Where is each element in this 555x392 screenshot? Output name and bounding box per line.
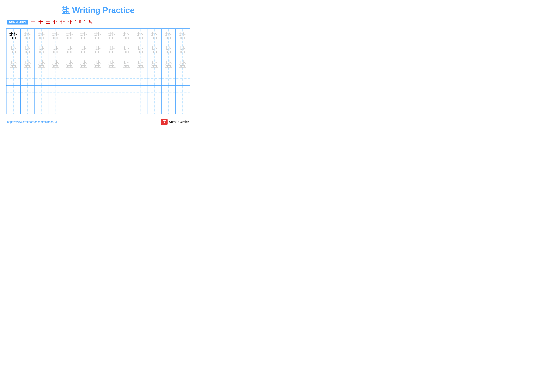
page-title: 盐 Writing Practice [62,6,134,15]
grid-cell[interactable] [119,86,133,100]
practice-grid: 盐 盐 盐 盐 盐 盐 盐 盐 盐 盐 盐 盐 盐 盐 盐 盐 盐 盐 盐 盐 … [6,29,190,114]
grid-row-6 [7,100,190,114]
grid-cell[interactable] [77,71,91,86]
grid-cell[interactable]: 盐 [35,43,49,57]
grid-cell[interactable] [77,86,91,100]
grid-cell[interactable] [21,100,35,114]
grid-cell[interactable] [175,71,190,86]
grid-cell[interactable] [91,86,105,100]
grid-cell[interactable]: 盐 [133,57,147,71]
grid-cell[interactable]: 盐 [21,43,35,57]
grid-cell[interactable] [35,86,49,100]
grid-cell[interactable] [91,100,105,114]
grid-cell[interactable] [7,86,21,100]
grid-cell[interactable]: 盐 [77,29,91,43]
grid-cell[interactable]: 盐 [147,43,161,57]
grid-cell[interactable]: 盐 [105,43,119,57]
grid-cell[interactable]: 盐 [133,43,147,57]
grid-cell[interactable]: 盐 [49,57,63,71]
grid-cell[interactable]: 盐 [21,57,35,71]
stroke-order-row: Stroke Order 一 十 土 卝 卝 卝 𪚔 𪚔 𪚔 盐 [6,19,190,25]
grid-cell[interactable]: 盐 [147,29,161,43]
grid-cell[interactable]: 盐 [21,29,35,43]
model-cell: 盐 [7,29,21,43]
stroke-9: 𪚔 [84,20,85,24]
grid-cell[interactable] [63,71,77,86]
grid-cell[interactable]: 盐 [105,57,119,71]
grid-cell[interactable] [175,100,190,114]
grid-cell[interactable]: 盐 [35,57,49,71]
grid-cell[interactable] [161,71,175,86]
grid-cell[interactable] [147,71,161,86]
grid-cell[interactable] [175,86,190,100]
stroke-order-badge: Stroke Order [7,20,28,24]
grid-cell[interactable] [133,100,147,114]
grid-cell[interactable]: 盐 [175,57,190,71]
grid-cell[interactable]: 盐 [175,43,190,57]
grid-cell[interactable]: 盐 [91,43,105,57]
grid-cell[interactable]: 盐 [161,43,175,57]
grid-cell[interactable] [133,71,147,86]
stroke-7: 𪚔 [75,20,76,24]
grid-cell[interactable]: 盐 [63,43,77,57]
grid-cell[interactable] [21,71,35,86]
grid-cell[interactable] [147,100,161,114]
grid-cell[interactable]: 盐 [7,57,21,71]
title-section: 盐 Writing Practice [6,5,190,16]
grid-cell[interactable]: 盐 [105,29,119,43]
grid-cell[interactable] [49,71,63,86]
stroke-6: 卝 [67,19,72,25]
grid-cell[interactable]: 盐 [133,29,147,43]
grid-cell[interactable] [49,100,63,114]
stroke-4: 卝 [53,19,58,25]
grid-cell[interactable] [133,86,147,100]
grid-cell[interactable]: 盐 [7,43,21,57]
grid-cell[interactable] [35,100,49,114]
grid-cell[interactable]: 盐 [161,57,175,71]
stroke-2: 十 [38,19,43,25]
grid-cell[interactable] [105,86,119,100]
grid-cell[interactable]: 盐 [175,29,190,43]
grid-row-2: 盐 盐 盐 盐 盐 盐 盐 盐 盐 盐 盐 盐 盐 [7,43,190,57]
grid-cell[interactable] [21,86,35,100]
grid-cell[interactable] [105,71,119,86]
grid-cell[interactable]: 盐 [63,57,77,71]
footer-url[interactable]: https://www.strokeorder.com/chinese/盐 [7,120,57,124]
grid-cell[interactable] [105,100,119,114]
grid-row-1: 盐 盐 盐 盐 盐 盐 盐 盐 盐 盐 盐 盐 盐 [7,29,190,43]
grid-row-4 [7,71,190,86]
grid-cell[interactable]: 盐 [119,57,133,71]
grid-cell[interactable]: 盐 [77,43,91,57]
grid-cell[interactable] [63,86,77,100]
grid-cell[interactable]: 盐 [147,57,161,71]
grid-cell[interactable]: 盐 [49,43,63,57]
grid-cell[interactable] [63,100,77,114]
grid-cell[interactable] [119,100,133,114]
grid-cell[interactable] [49,86,63,100]
grid-cell[interactable]: 盐 [119,43,133,57]
grid-cell[interactable] [119,71,133,86]
grid-cell[interactable]: 盐 [91,57,105,71]
grid-cell[interactable] [77,100,91,114]
grid-cell[interactable] [35,71,49,86]
grid-cell[interactable]: 盐 [63,29,77,43]
grid-cell[interactable] [161,86,175,100]
grid-cell[interactable]: 盐 [77,57,91,71]
grid-cell[interactable]: 盐 [119,29,133,43]
footer: https://www.strokeorder.com/chinese/盐 字 … [6,119,190,125]
grid-cell[interactable] [7,100,21,114]
grid-cell[interactable] [7,71,21,86]
stroke-3: 土 [46,19,50,25]
model-character: 盐 [9,30,18,41]
grid-cell[interactable]: 盐 [35,29,49,43]
grid-cell[interactable] [91,71,105,86]
stroke-5: 卝 [60,19,65,25]
logo-icon: 字 [161,119,168,125]
grid-cell[interactable]: 盐 [161,29,175,43]
grid-cell[interactable]: 盐 [49,29,63,43]
grid-cell[interactable] [161,100,175,114]
grid-cell[interactable] [147,86,161,100]
grid-row-3: 盐 盐 盐 盐 盐 盐 盐 盐 盐 盐 盐 盐 盐 [7,57,190,71]
grid-cell[interactable]: 盐 [91,29,105,43]
footer-logo: 字 StrokeOrder [161,119,189,125]
